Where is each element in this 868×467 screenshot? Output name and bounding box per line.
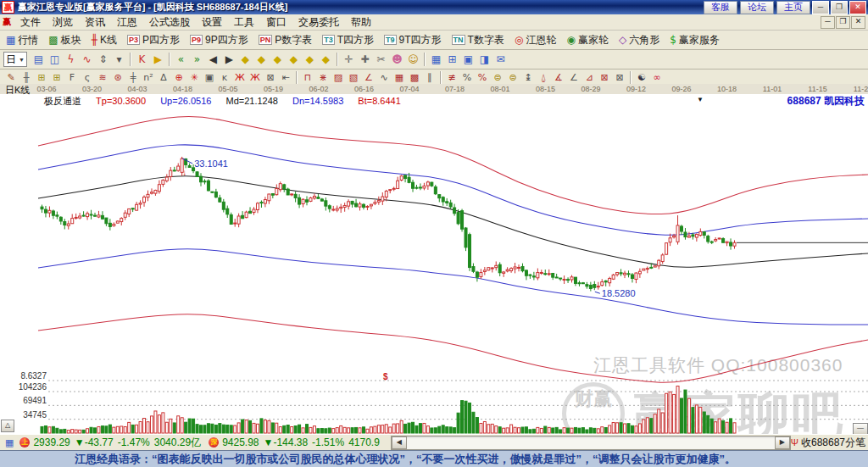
draw-tool-icon-23[interactable]: ▧: [347, 71, 360, 85]
draw-tool-icon-8[interactable]: ╪: [126, 71, 140, 85]
nav-tool-icon-14[interactable]: ◆: [238, 53, 253, 67]
draw-tool-icon-35[interactable]: ↨: [521, 71, 535, 85]
nav-tool-icon-4[interactable]: ⇕: [96, 53, 110, 67]
draw-tool-icon-1[interactable]: ╫: [19, 71, 33, 85]
forum-button[interactable]: 论坛: [740, 1, 774, 14]
menu-帮助[interactable]: 帮助: [345, 14, 377, 31]
nav-tool-icon-28[interactable]: ⊞: [445, 53, 459, 67]
draw-tool-icon-6[interactable]: ≋: [96, 71, 109, 85]
nav-tool-icon-25[interactable]: ☺: [406, 53, 420, 67]
nav-tool-icon-15[interactable]: ◆: [254, 53, 269, 67]
quote-grid-icon[interactable]: ▦: [5, 437, 14, 448]
nav-tool-icon-7[interactable]: K: [135, 53, 149, 67]
draw-tool-icon-22[interactable]: ▨: [331, 71, 345, 85]
tool-P数字表[interactable]: PNP数字表: [256, 32, 315, 48]
nav-tool-icon-10[interactable]: «: [174, 53, 188, 67]
nav-tool-icon-12[interactable]: ◀: [206, 53, 220, 67]
draw-tool-icon-26[interactable]: ▦: [392, 71, 406, 85]
menu-文件[interactable]: 文件: [14, 14, 47, 31]
chart-region[interactable]: 日K线 03-0603-2004-0304-1805-0505-1906-020…: [0, 84, 868, 434]
nav-tool-icon-30[interactable]: ◨: [477, 53, 492, 67]
draw-tool-icon-15[interactable]: Ж: [233, 71, 247, 85]
draw-tool-icon-11[interactable]: ⊕: [172, 71, 186, 85]
restore-button[interactable]: ❐: [831, 1, 848, 14]
child-close-button[interactable]: ✕: [851, 16, 865, 29]
draw-tool-icon-5[interactable]: ς: [81, 71, 94, 85]
child-restore-button[interactable]: ❐: [836, 16, 850, 29]
nav-tool-icon-21[interactable]: ✛: [342, 53, 356, 67]
scroll-right-button[interactable]: ▶: [775, 436, 790, 449]
nav-tool-icon-13[interactable]: ▶: [222, 53, 236, 67]
nav-tool-icon-18[interactable]: ◆: [303, 53, 317, 67]
nav-tool-icon-19[interactable]: ◆: [319, 53, 333, 67]
draw-tool-icon-0[interactable]: ✎: [4, 71, 18, 85]
menu-浏览[interactable]: 浏览: [47, 14, 79, 31]
draw-tool-icon-39[interactable]: ⊿: [582, 71, 596, 85]
draw-tool-icon-30[interactable]: ≢: [445, 71, 459, 85]
draw-tool-icon-44[interactable]: ∞: [650, 71, 664, 85]
menu-江恩[interactable]: 江恩: [111, 14, 143, 31]
draw-tool-icon-28[interactable]: ∥: [423, 71, 437, 85]
nav-tool-icon-0[interactable]: ▤: [31, 53, 46, 67]
draw-tool-icon-7[interactable]: ⊛: [111, 71, 125, 85]
draw-tool-icon-2[interactable]: ⊞: [35, 71, 48, 85]
tool-T数字表[interactable]: TNT数字表: [449, 32, 507, 48]
nav-tool-icon-5[interactable]: ▾: [112, 53, 126, 67]
nav-tool-icon-22[interactable]: ✚: [358, 53, 372, 67]
pane-collapse-button[interactable]: —: [853, 423, 868, 435]
minimize-button[interactable]: ─: [812, 1, 829, 14]
menu-交易委托[interactable]: 交易委托: [292, 14, 345, 31]
draw-tool-icon-16[interactable]: Ж: [248, 71, 262, 85]
draw-tool-icon-43[interactable]: ☯: [635, 71, 648, 85]
draw-tool-icon-20[interactable]: ⊓: [301, 71, 314, 85]
nav-tool-icon-1[interactable]: ◫: [47, 53, 62, 67]
nav-tool-icon-8[interactable]: ▶: [151, 53, 165, 67]
menu-工具[interactable]: 工具: [228, 14, 260, 31]
draw-tool-icon-32[interactable]: %: [476, 71, 489, 85]
service-button[interactable]: 客服: [704, 1, 737, 14]
nav-tool-icon-27[interactable]: ▦: [429, 53, 443, 67]
child-minimize-button[interactable]: ─: [821, 16, 835, 29]
draw-tool-icon-9[interactable]: n²: [142, 71, 155, 85]
nav-tool-icon-17[interactable]: ◆: [287, 53, 301, 67]
draw-tool-icon-24[interactable]: ∠: [362, 71, 376, 85]
draw-tool-icon-13[interactable]: ▣: [203, 71, 216, 85]
nav-tool-icon-2[interactable]: ϟ: [64, 53, 78, 67]
close-button[interactable]: ✕: [849, 1, 866, 14]
nav-tool-icon-23[interactable]: ✂: [374, 53, 388, 67]
draw-tool-icon-14[interactable]: ĸ: [218, 71, 231, 85]
tool-9T四方形[interactable]: T99T四方形: [381, 32, 444, 48]
home-button[interactable]: 主页: [776, 1, 810, 14]
tool-9P四方形[interactable]: P99P四方形: [187, 32, 251, 48]
tool-六角形[interactable]: ◇六角形: [616, 32, 662, 48]
tool-赢家服务[interactable]: $赢家服务: [667, 32, 722, 48]
nav-tool-icon-16[interactable]: ◆: [270, 53, 285, 67]
draw-tool-icon-31[interactable]: %: [460, 71, 474, 85]
draw-tool-icon-34[interactable]: ⊜: [506, 71, 520, 85]
tool-T四方形[interactable]: T3T四方形: [320, 32, 376, 48]
draw-tool-icon-21[interactable]: ⋇: [316, 71, 330, 85]
nav-tool-icon-11[interactable]: »: [190, 53, 204, 67]
draw-tool-icon-40[interactable]: ⊠: [598, 71, 611, 85]
horizontal-scrollbar[interactable]: ◀ ▶: [391, 436, 791, 450]
menu-资讯[interactable]: 资讯: [79, 14, 111, 31]
tool-板块[interactable]: ▩板块: [46, 32, 83, 48]
draw-tool-icon-17[interactable]: ⊠: [264, 71, 277, 85]
period-dropdown[interactable]: 日 ▼: [3, 52, 27, 67]
draw-tool-icon-33[interactable]: ⊜: [491, 71, 504, 85]
nav-tool-icon-31[interactable]: ✉: [493, 53, 508, 67]
tool-P四方形[interactable]: P3P四方形: [125, 32, 182, 48]
tool-K线[interactable]: ╫K线: [89, 32, 120, 48]
nav-tool-icon-29[interactable]: ▣: [461, 53, 476, 67]
draw-tool-icon-10[interactable]: ∆: [157, 71, 170, 85]
draw-tool-icon-38[interactable]: ∠: [567, 71, 581, 85]
tool-赢家轮[interactable]: ◉赢家轮: [564, 32, 610, 48]
nav-tool-icon-3[interactable]: ∿: [80, 53, 94, 67]
menu-公式选股[interactable]: 公式选股: [143, 14, 196, 31]
draw-tool-icon-18[interactable]: ⇤: [279, 71, 292, 85]
draw-tool-icon-25[interactable]: ∿: [377, 71, 391, 85]
scroll-left-button[interactable]: ◀: [392, 436, 407, 449]
draw-tool-icon-36[interactable]: ⍙: [537, 71, 550, 85]
draw-tool-icon-12[interactable]: ✳: [187, 71, 201, 85]
draw-tool-icon-41[interactable]: ⊠: [613, 71, 626, 85]
